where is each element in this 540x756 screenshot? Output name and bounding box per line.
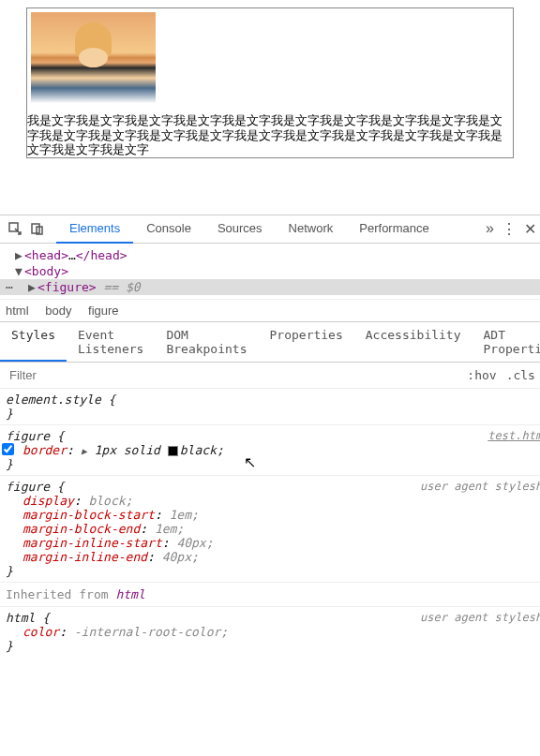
prop-toggle-checkbox[interactable] — [2, 443, 14, 455]
tab-console[interactable]: Console — [133, 215, 204, 244]
rule-element-style[interactable]: element.style { } — [0, 389, 540, 425]
hov-toggle[interactable]: :hov — [467, 368, 496, 382]
dom-node-figure-selected[interactable]: ⋯ ▶<figure> == $0 — [0, 279, 540, 295]
device-toolbar-button[interactable] — [26, 217, 49, 240]
rule-figure-author[interactable]: test.html:3 figure { border: ▶ 1px solid… — [0, 425, 540, 476]
more-tabs-icon[interactable]: » — [486, 220, 494, 237]
figure-caption: 我是文字我是文字我是文字我是文字我是文字我是文字我是文字我是文字我是文字我是文字… — [27, 113, 513, 157]
rendered-page: 我是文字我是文字我是文字我是文字我是文字我是文字我是文字我是文字我是文字我是文字… — [0, 0, 540, 158]
devtools-panel: Elements Console Sources Network Perform… — [0, 215, 540, 657]
breadcrumb-figure[interactable]: figure — [88, 304, 119, 318]
tab-network[interactable]: Network — [276, 215, 347, 244]
color-swatch-icon[interactable] — [168, 446, 178, 456]
styles-filter-input[interactable] — [6, 364, 467, 386]
dom-node-body[interactable]: ▼<body> — [0, 263, 540, 279]
tab-elements[interactable]: Elements — [56, 215, 133, 244]
subtab-dom-breakpoints[interactable]: DOM Breakpoints — [155, 322, 258, 362]
source-link[interactable]: test.html:3 — [488, 429, 540, 442]
inherited-from-label: Inherited from html — [0, 583, 540, 607]
dom-tree[interactable]: ▶<head>…</head> ▼<body> ⋯ ▶<figure> == $… — [0, 244, 540, 299]
tab-performance[interactable]: Performance — [346, 215, 442, 244]
subtab-event-listeners[interactable]: Event Listeners — [67, 322, 155, 362]
devtools-toolbar: Elements Console Sources Network Perform… — [0, 215, 540, 244]
styles-subtabs: Styles Event Listeners DOM Breakpoints P… — [0, 321, 540, 363]
subtab-styles[interactable]: Styles — [0, 322, 67, 362]
source-ua: user agent stylesheet — [420, 480, 540, 493]
figure-image — [31, 12, 156, 113]
subtab-accessibility[interactable]: Accessibility — [354, 322, 472, 362]
subtab-properties[interactable]: Properties — [259, 322, 354, 362]
prop-border[interactable]: border: ▶ 1px solid black; — [6, 443, 540, 457]
breadcrumb-body[interactable]: body — [45, 304, 71, 318]
dom-breadcrumb: html body figure — [0, 299, 540, 321]
styles-pane: Styles Event Listeners DOM Breakpoints P… — [0, 321, 540, 657]
devtools-main-tabs: Elements Console Sources Network Perform… — [56, 215, 486, 244]
subtab-adt-properties[interactable]: ADT Properties — [472, 322, 540, 362]
breadcrumb-html[interactable]: html — [6, 304, 29, 318]
inspect-element-button[interactable] — [4, 217, 26, 240]
kebab-menu-icon[interactable]: ⋮ — [502, 220, 517, 238]
svg-rect-1 — [32, 224, 39, 233]
cls-toggle[interactable]: .cls — [506, 368, 535, 382]
dom-node-head[interactable]: ▶<head>…</head> — [0, 247, 540, 263]
rule-figure-ua[interactable]: user agent stylesheet figure { display: … — [0, 476, 540, 583]
source-ua: user agent stylesheet — [420, 611, 540, 624]
rule-html-ua[interactable]: user agent stylesheet html { color: -int… — [0, 607, 540, 657]
tab-sources[interactable]: Sources — [204, 215, 276, 244]
close-icon[interactable]: ✕ — [524, 220, 536, 238]
page-figure: 我是文字我是文字我是文字我是文字我是文字我是文字我是文字我是文字我是文字我是文字… — [26, 7, 514, 158]
styles-filter-row: :hov .cls + — [0, 363, 540, 389]
mouse-cursor-icon: ↖ — [244, 453, 256, 471]
